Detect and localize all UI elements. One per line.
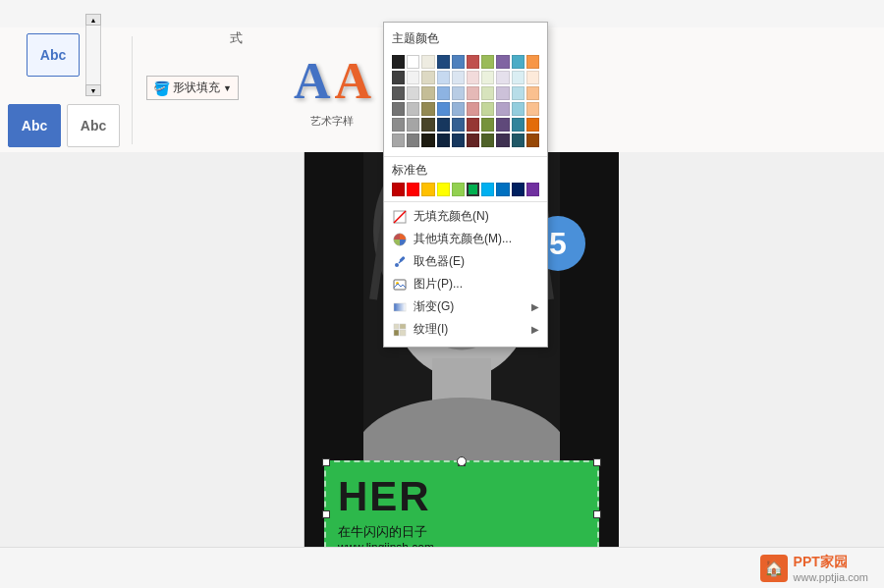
art-text-a-blue[interactable]: A xyxy=(294,52,331,110)
color-cell[interactable] xyxy=(496,55,509,69)
color-cell[interactable] xyxy=(481,86,494,100)
color-cell[interactable] xyxy=(421,71,434,84)
color-cell[interactable] xyxy=(512,134,525,147)
theme-color-row-1 xyxy=(392,71,539,84)
color-cell[interactable] xyxy=(481,118,494,132)
shape-style-btn-2[interactable]: Abc xyxy=(8,104,61,147)
eyedropper-item[interactable]: 取色器(E) xyxy=(384,250,547,273)
standard-color-row xyxy=(384,181,547,198)
color-cell[interactable] xyxy=(526,71,539,84)
std-color-red[interactable] xyxy=(407,183,419,196)
color-cell[interactable] xyxy=(526,86,539,100)
art-text-a-orange[interactable]: A xyxy=(334,52,371,110)
color-cell[interactable] xyxy=(421,55,434,69)
color-cell[interactable] xyxy=(526,134,539,147)
color-cell[interactable] xyxy=(467,102,479,116)
std-color-purple[interactable] xyxy=(526,183,539,196)
resize-handle-ml[interactable] xyxy=(322,510,330,518)
color-cell[interactable] xyxy=(437,102,450,116)
color-cell[interactable] xyxy=(407,118,419,132)
color-cell[interactable] xyxy=(512,118,525,132)
color-cell[interactable] xyxy=(481,55,494,69)
color-cell[interactable] xyxy=(481,71,494,84)
std-color-darkblue[interactable] xyxy=(512,183,525,196)
scroll-down-btn[interactable]: ▼ xyxy=(85,84,101,96)
color-cell[interactable] xyxy=(496,86,509,100)
art-text-buttons: A A xyxy=(294,52,371,110)
color-cell[interactable] xyxy=(437,71,450,84)
shape-style-btn-3[interactable]: Abc xyxy=(67,104,120,147)
resize-handle-tl[interactable] xyxy=(322,458,330,466)
more-fill-colors-item[interactable]: 其他填充颜色(M)... xyxy=(384,228,547,250)
std-color-darkred[interactable] xyxy=(392,183,405,196)
color-cell[interactable] xyxy=(526,102,539,116)
color-cell[interactable] xyxy=(452,86,465,100)
shape-fill-button[interactable]: 🪣 形状填充 ▼ xyxy=(146,76,239,100)
no-fill-item[interactable]: 无填充颜色(N) xyxy=(384,205,547,228)
color-cell[interactable] xyxy=(437,86,450,100)
color-cell[interactable] xyxy=(496,71,509,84)
std-color-yellow[interactable] xyxy=(437,183,450,196)
color-cell[interactable] xyxy=(496,134,509,147)
color-cell[interactable] xyxy=(496,118,509,132)
resize-handle-tr[interactable] xyxy=(593,458,601,466)
color-cell[interactable] xyxy=(437,55,450,69)
color-cell[interactable] xyxy=(407,71,419,84)
color-cell[interactable] xyxy=(467,71,479,84)
color-cell[interactable] xyxy=(526,55,539,69)
color-cell[interactable] xyxy=(467,134,479,147)
std-color-orange[interactable] xyxy=(421,183,434,196)
color-cell[interactable] xyxy=(392,134,405,147)
logo-area: 🏠 PPT家园 www.pptjia.com xyxy=(760,554,868,583)
std-color-lightblue[interactable] xyxy=(481,183,494,196)
color-cell[interactable] xyxy=(421,86,434,100)
std-color-blue[interactable] xyxy=(496,183,509,196)
color-cell[interactable] xyxy=(392,55,405,69)
color-cell[interactable] xyxy=(452,102,465,116)
color-cell[interactable] xyxy=(467,55,479,69)
color-cell[interactable] xyxy=(467,86,479,100)
color-cell[interactable] xyxy=(407,86,419,100)
scroll-up-btn[interactable]: ▲ xyxy=(85,14,101,26)
rotation-handle[interactable] xyxy=(457,456,467,466)
color-cell[interactable] xyxy=(526,118,539,132)
color-cell[interactable] xyxy=(421,102,434,116)
std-color-green[interactable] xyxy=(467,183,479,196)
picture-item[interactable]: 图片(P)... xyxy=(384,273,547,295)
resize-handle-mr[interactable] xyxy=(593,510,601,518)
color-cell[interactable] xyxy=(452,134,465,147)
color-cell[interactable] xyxy=(421,134,434,147)
color-cell[interactable] xyxy=(481,102,494,116)
color-cell[interactable] xyxy=(452,71,465,84)
color-cell[interactable] xyxy=(481,134,494,147)
slides-panel xyxy=(0,152,304,547)
more-fill-label: 其他填充颜色(M)... xyxy=(414,231,512,247)
color-cell[interactable] xyxy=(392,71,405,84)
shape-fill-dropdown: 主题颜色 xyxy=(383,22,548,347)
texture-item[interactable]: 纹理(I) ▶ xyxy=(384,318,547,341)
color-cell[interactable] xyxy=(407,134,419,147)
std-color-lightgreen[interactable] xyxy=(452,183,465,196)
color-cell[interactable] xyxy=(392,102,405,116)
color-cell[interactable] xyxy=(512,86,525,100)
texture-label: 纹理(I) xyxy=(414,321,448,338)
color-cell[interactable] xyxy=(452,55,465,69)
color-cell[interactable] xyxy=(512,102,525,116)
color-cell[interactable] xyxy=(421,118,434,132)
gradient-label: 渐变(G) xyxy=(414,298,454,315)
color-cell[interactable] xyxy=(496,102,509,116)
color-cell[interactable] xyxy=(407,55,419,69)
color-cell[interactable] xyxy=(392,118,405,132)
color-cell[interactable] xyxy=(407,102,419,116)
color-cell[interactable] xyxy=(437,134,450,147)
color-cell[interactable] xyxy=(512,55,525,69)
color-cell[interactable] xyxy=(437,118,450,132)
color-cell[interactable] xyxy=(512,71,525,84)
gradient-arrow-icon: ▶ xyxy=(531,301,539,312)
gradient-item[interactable]: 渐变(G) ▶ xyxy=(384,295,547,318)
color-cell[interactable] xyxy=(452,118,465,132)
color-cell[interactable] xyxy=(392,86,405,100)
color-cell[interactable] xyxy=(467,118,479,132)
shape-style-btn-1[interactable]: Abc xyxy=(27,33,80,77)
logo-url: www.pptjia.com xyxy=(794,571,868,583)
